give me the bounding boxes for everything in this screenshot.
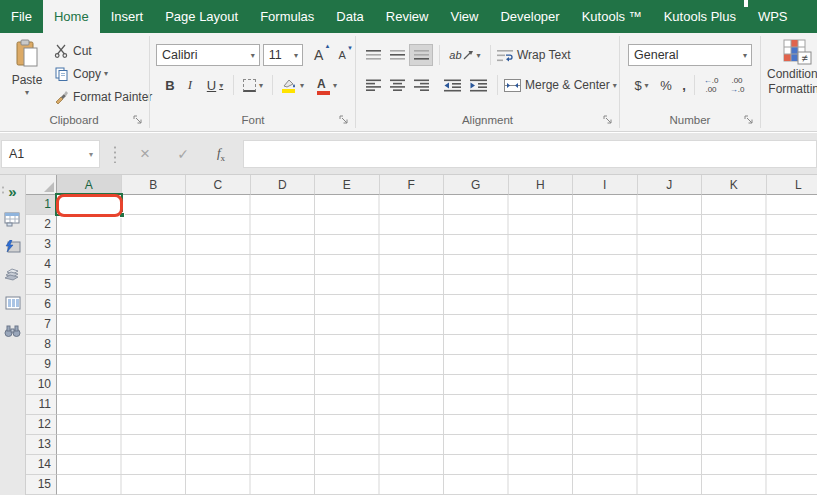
column-header-a[interactable]: A <box>57 175 122 195</box>
merge-center-caret[interactable]: ▾ <box>613 81 617 90</box>
orientation-icon: ab <box>449 49 473 61</box>
middle-align-button[interactable] <box>385 44 409 66</box>
italic-button[interactable]: I <box>180 74 200 96</box>
tab-page-layout[interactable]: Page Layout <box>154 0 249 33</box>
group-alignment: ab ▾ <box>357 33 618 131</box>
fill-handle[interactable] <box>119 212 125 218</box>
name-box-caret[interactable]: ▾ <box>89 150 93 159</box>
number-format-combo[interactable]: General ▾ <box>628 44 752 66</box>
sidebar-worksheets-button[interactable] <box>0 207 25 231</box>
fill-color-button[interactable]: ▾ <box>276 74 310 96</box>
sidebar-find-button[interactable] <box>0 319 25 343</box>
column-header-l[interactable]: L <box>767 175 817 195</box>
increase-indent-button[interactable] <box>465 74 491 96</box>
tab-insert[interactable]: Insert <box>100 0 155 33</box>
top-align-button[interactable] <box>361 44 385 66</box>
align-right-button[interactable] <box>409 74 433 96</box>
name-box[interactable]: A1 ▾ <box>1 140 100 168</box>
cells-grid[interactable] <box>57 195 817 495</box>
sidebar-columns-button[interactable] <box>0 291 25 315</box>
select-all-button[interactable] <box>26 175 57 195</box>
shrink-font-button[interactable]: A▼ <box>331 44 355 66</box>
decrease-decimal-button[interactable]: .00 →.0 <box>724 76 750 94</box>
underline-button[interactable]: U ▾ <box>200 74 230 96</box>
enter-button[interactable]: ✓ <box>168 140 198 168</box>
alignment-dialog-launcher-icon[interactable] <box>603 115 615 127</box>
row-header-4[interactable]: 4 <box>26 255 57 275</box>
column-header-d[interactable]: D <box>251 175 316 195</box>
number-dialog-launcher-icon[interactable] <box>744 115 756 127</box>
row-header-7[interactable]: 7 <box>26 315 57 335</box>
column-header-c[interactable]: C <box>186 175 251 195</box>
row-header-9[interactable]: 9 <box>26 355 57 375</box>
borders-button[interactable]: ▾ <box>237 74 269 96</box>
font-size-combo[interactable]: 11 ▾ <box>263 44 303 66</box>
tab-file[interactable]: File <box>0 0 43 33</box>
decrease-decimal-icon: →.0 <box>730 85 745 94</box>
cut-button[interactable]: Cut <box>52 39 148 62</box>
format-painter-button[interactable]: Format Painter <box>52 85 148 108</box>
formula-input[interactable] <box>243 140 817 168</box>
conditional-formatting-button[interactable]: ≠ Conditional Formatting <box>762 39 817 97</box>
column-header-k[interactable]: K <box>702 175 767 195</box>
row-header-10[interactable]: 10 <box>26 375 57 395</box>
column-header-e[interactable]: E <box>315 175 380 195</box>
merge-center-button[interactable]: Merge & Center ▾ <box>504 78 617 92</box>
grow-font-button[interactable]: A▲ <box>307 44 331 66</box>
wrap-text-button[interactable]: Wrap Text <box>497 48 571 62</box>
column-header-i[interactable]: I <box>573 175 638 195</box>
paste-button[interactable]: Paste ▾ <box>6 39 48 113</box>
tab-review[interactable]: Review <box>375 0 440 33</box>
tab-developer[interactable]: Developer <box>489 0 570 33</box>
font-dialog-launcher-icon[interactable] <box>339 115 351 127</box>
center-button[interactable] <box>385 74 409 96</box>
sidebar-flash-button[interactable] <box>0 235 25 259</box>
increase-decimal-button[interactable]: ←.0 .00 <box>698 76 724 94</box>
column-header-h[interactable]: H <box>509 175 574 195</box>
row-header-6[interactable]: 6 <box>26 295 57 315</box>
accounting-format-button[interactable]: $ ▾ <box>628 74 655 96</box>
paste-dropdown-caret[interactable]: ▾ <box>25 88 29 97</box>
font-color-button[interactable]: A ▾ <box>310 74 344 96</box>
cancel-button[interactable]: × <box>130 140 160 168</box>
decrease-indent-button[interactable] <box>439 74 465 96</box>
copy-dropdown-caret[interactable]: ▾ <box>104 69 108 78</box>
clipboard-dialog-launcher-icon[interactable] <box>133 115 145 127</box>
tab-kutools-plus[interactable]: Kutools Plus <box>653 0 747 33</box>
row-header-12[interactable]: 12 <box>26 415 57 435</box>
row-header-2[interactable]: 2 <box>26 215 57 235</box>
row-header-8[interactable]: 8 <box>26 335 57 355</box>
insert-function-button[interactable]: fx <box>206 140 236 168</box>
row-header-15[interactable]: 15 <box>26 475 57 495</box>
formula-bar-divider[interactable] <box>114 145 116 163</box>
row-header-3[interactable]: 3 <box>26 235 57 255</box>
sidebar-stack-button[interactable] <box>0 263 25 287</box>
orientation-button[interactable]: ab ▾ <box>446 44 484 66</box>
tab-kutools[interactable]: Kutools ™ <box>571 0 653 33</box>
copy-button[interactable]: Copy ▾ <box>52 62 148 85</box>
tab-data[interactable]: Data <box>325 0 374 33</box>
font-name-value: Calibri <box>162 48 197 62</box>
tab-formulas[interactable]: Formulas <box>249 0 325 33</box>
bold-button[interactable]: B <box>160 74 180 96</box>
column-header-g[interactable]: G <box>444 175 509 195</box>
row-header-11[interactable]: 11 <box>26 395 57 415</box>
tab-wps[interactable]: WPS <box>747 0 799 33</box>
row-header-1[interactable]: 1 <box>26 195 57 215</box>
percent-style-button[interactable]: % <box>655 74 677 96</box>
expand-pane-button[interactable]: » <box>0 179 25 203</box>
column-header-j[interactable]: J <box>638 175 703 195</box>
tab-view[interactable]: View <box>439 0 489 33</box>
percent-icon: % <box>660 78 672 93</box>
bottom-align-button[interactable] <box>409 44 433 66</box>
comma-style-button[interactable]: , <box>677 74 691 96</box>
column-header-b[interactable]: B <box>122 175 187 195</box>
tab-home[interactable]: Home <box>43 0 100 33</box>
row-header-13[interactable]: 13 <box>26 435 57 455</box>
layers-tray-icon <box>4 268 21 282</box>
font-name-combo[interactable]: Calibri ▾ <box>156 44 260 66</box>
row-header-5[interactable]: 5 <box>26 275 57 295</box>
row-header-14[interactable]: 14 <box>26 455 57 475</box>
column-header-f[interactable]: F <box>380 175 445 195</box>
align-left-button[interactable] <box>361 74 385 96</box>
